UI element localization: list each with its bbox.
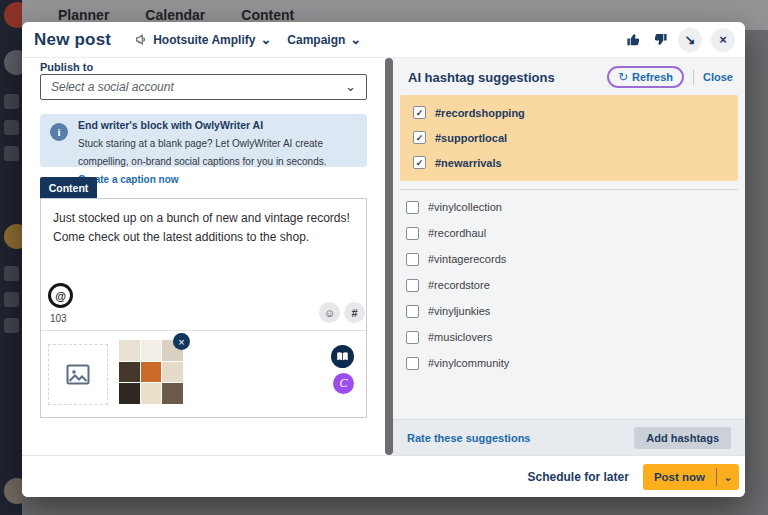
checkbox-checked[interactable]: ✓ [413,131,426,144]
hashtag-button[interactable]: # [344,302,365,323]
hashtag-label: #vintagerecords [428,253,506,265]
amplify-dropdown[interactable]: Hootsuite Amplify ⌄ [135,33,271,47]
hashtag-label: #vinylcommunity [428,357,509,369]
hashtag-icon: # [351,307,357,319]
hashtag-panel-footer: Rate these suggestions Add hashtags [393,419,745,455]
post-now-button[interactable]: Post now [643,464,716,490]
media-library-button[interactable] [331,345,354,368]
checkbox-checked[interactable]: ✓ [413,106,426,119]
hashtag-label: #musiclovers [428,331,492,343]
checkbox-unchecked[interactable] [406,305,419,318]
editor-divider [41,330,366,331]
refresh-label: Refresh [632,71,673,83]
open-book-icon [336,351,349,362]
amplify-label: Hootsuite Amplify [153,33,255,47]
hashtag-option[interactable]: #vinylcollection [393,194,745,220]
post-now-split-button: Post now ⌄ [643,464,739,490]
checkbox-checked[interactable]: ✓ [413,156,426,169]
thumbs-up-button[interactable] [624,31,642,49]
refresh-button[interactable]: ↻ Refresh [607,66,684,88]
rate-suggestions-link[interactable]: Rate these suggestions [407,432,530,444]
hashtag-label: #supportlocal [435,132,507,144]
records-photo [119,340,183,404]
add-media-dropzone[interactable] [48,344,108,405]
hashtag-label: #newarrivals [435,157,502,169]
expand-arrow-icon: ↘ [685,32,696,47]
hashtag-option-selected[interactable]: ✓ #supportlocal [400,125,738,150]
thumbs-up-icon [626,32,641,47]
megaphone-icon [135,33,148,46]
close-icon: × [178,336,184,348]
emoji-button[interactable]: ☺ [319,302,340,323]
chevron-down-icon: ⌄ [350,36,361,44]
remove-media-button[interactable]: × [173,333,190,350]
hashtag-option[interactable]: #musiclovers [393,324,745,350]
mention-button[interactable]: @ [48,283,73,308]
banner-body: Stuck staring at a blank page? Let OwlyW… [78,138,326,167]
attached-image-thumbnail[interactable]: × [119,340,183,404]
new-post-dialog: New post Hootsuite Amplify ⌄ Campaign ⌄ … [22,22,745,497]
hashtag-label: #vinyljunkies [428,305,490,317]
canva-icon: C [339,376,347,391]
banner-text: End writer's block with OwlyWriter AI St… [78,119,359,187]
checkbox-unchecked[interactable] [406,357,419,370]
checkbox-unchecked[interactable] [406,279,419,292]
owlywriter-banner: i End writer's block with OwlyWriter AI … [40,114,367,167]
banner-title: End writer's block with OwlyWriter AI [78,119,359,131]
thumbs-down-button[interactable] [651,31,669,49]
hashtag-option[interactable]: #vintagerecords [393,246,745,272]
thumbs-down-icon [653,32,668,47]
expand-button[interactable]: ↘ [678,28,702,52]
suggested-hashtags-list: #vinylcollection #recordhaul #vintagerec… [393,194,745,376]
hashtag-label: #recordshopping [435,107,525,119]
checkbox-unchecked[interactable] [406,253,419,266]
schedule-for-later-button[interactable]: Schedule for later [528,470,629,484]
hashtag-option[interactable]: #vinyljunkies [393,298,745,324]
hashtag-panel-title: AI hashtag suggestions [408,70,607,85]
hashtag-suggestions-panel: AI hashtag suggestions ↻ Refresh Close ✓… [393,58,745,455]
hashtag-option[interactable]: #recordstore [393,272,745,298]
hashtag-option-selected[interactable]: ✓ #newarrivals [400,150,738,175]
check-icon: ✓ [416,108,424,118]
emoji-icon: ☺ [324,307,335,319]
dialog-footer: Schedule for later Post now ⌄ [22,455,745,497]
publish-to-label: Publish to [40,61,93,73]
close-button[interactable]: × [711,28,735,52]
hashtag-label: #recordstore [428,279,490,291]
header-divider [693,70,694,85]
chevron-down-icon: ⌄ [723,473,733,481]
close-icon: × [719,32,727,47]
hashtag-option[interactable]: #recordhaul [393,220,745,246]
refresh-icon: ↻ [618,70,628,84]
check-icon: ✓ [416,158,424,168]
dialog-header: New post Hootsuite Amplify ⌄ Campaign ⌄ … [22,22,745,58]
composer-panel: Publish to Select a social account ⌄ i E… [22,58,385,455]
hashtag-panel-header: AI hashtag suggestions ↻ Refresh Close [393,58,745,88]
content-tab[interactable]: Content [40,177,97,198]
checkbox-unchecked[interactable] [406,331,419,344]
chevron-down-icon: ⌄ [260,36,271,44]
hashtag-label: #recordhaul [428,227,486,239]
at-mention-icon: @ [55,290,66,302]
chevron-down-icon: ⌄ [345,83,356,91]
post-options-button[interactable]: ⌄ [717,464,739,490]
suggestions-divider [400,189,738,190]
campaign-dropdown[interactable]: Campaign ⌄ [287,33,361,47]
add-hashtags-button[interactable]: Add hashtags [634,427,731,449]
header-actions: ↘ × [624,28,735,52]
panel-scrollbar[interactable] [385,58,393,455]
close-panel-link[interactable]: Close [703,71,733,83]
hashtag-option[interactable]: #vinylcommunity [393,350,745,376]
image-placeholder-icon [66,364,90,385]
checkbox-unchecked[interactable] [406,201,419,214]
canva-button[interactable]: C [333,373,354,394]
checkbox-unchecked[interactable] [406,227,419,240]
page-title: New post [34,30,111,50]
hashtag-label: #vinylcollection [428,201,502,213]
social-account-select[interactable]: Select a social account ⌄ [40,74,367,100]
screen: PlannerCalendarContent New post Hootsuit… [0,0,768,515]
post-text-area[interactable]: Just stocked up on a bunch of new and vi… [53,209,355,246]
campaign-label: Campaign [287,33,345,47]
check-icon: ✓ [416,133,424,143]
hashtag-option-selected[interactable]: ✓ #recordshopping [400,100,738,125]
